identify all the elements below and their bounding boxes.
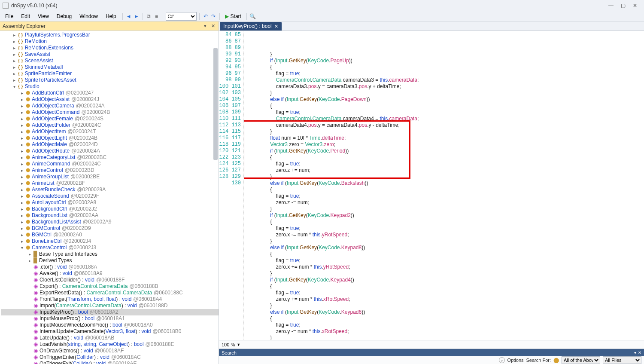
window-title: dnSpy v5.0.10 (x64) — [11, 3, 608, 9]
search-icon[interactable]: 🔍 — [249, 13, 256, 20]
search-panel: Search ▾ ✕ ⌄ Options Search For: ⬤ All o… — [219, 349, 644, 364]
redo-icon[interactable]: ↷ — [210, 13, 217, 20]
close-button[interactable]: ✕ — [632, 3, 638, 9]
tree-row[interactable]: ◉LateUpdate() : void @060018AB — [1, 335, 219, 341]
tab-inputkeyproc[interactable]: InputKeyProc() : bool ✕ — [220, 22, 282, 31]
tree-row[interactable]: ▸⬣AddObjectCommand @0200024B — [1, 109, 219, 116]
assembly-explorer-header: Assembly Explorer ▾ ✕ — [0, 21, 219, 31]
assembly-explorer-title: Assembly Explorer — [3, 23, 46, 29]
tree-row[interactable]: ▸⬣AnimeCommand @0200024C — [1, 161, 219, 167]
search-header: Search ▾ ✕ — [219, 349, 644, 356]
tab-close-icon[interactable]: ✕ — [274, 24, 278, 29]
tree-row[interactable]: ◉Awake() : void @060018A9 — [1, 270, 219, 277]
tree-row[interactable]: ◉InternalUpdateCameraState(Vector3, floa… — [1, 328, 219, 335]
tree-row[interactable]: ▸⬣AddObjectFemale @0200024S — [1, 116, 219, 122]
options-toggle-icon[interactable]: ⌄ — [499, 357, 505, 363]
assembly-explorer-panel: Assembly Explorer ▾ ✕ ▸{ }PlayfulSystems… — [0, 21, 219, 364]
tree-row[interactable]: ▸⬣AddButtonCtrl @02000247 — [1, 90, 219, 96]
searchfor-select[interactable]: All of the Above — [562, 356, 600, 364]
tree-row[interactable]: ▸{ }ReMotion.Extensions — [1, 45, 219, 51]
tree-row[interactable]: ◉OnTriggerExit(Collider) : void @060018A… — [1, 361, 219, 364]
tree-row[interactable]: ▸⬣AnimeList @020002BF — [1, 180, 219, 187]
tree-row[interactable]: ◉InputKeyProc() : bool @060018A2 — [1, 309, 219, 315]
tree-row[interactable]: ▸⬣BackgroundList @020002AA — [1, 212, 219, 219]
tree-row[interactable]: ▸{ }ReMotion — [1, 38, 219, 45]
tree-row[interactable]: ▸⬣BGMCtrl @020002A0 — [1, 232, 219, 238]
tree-row[interactable]: ▸⬣AddObjectRoute @0200024A — [1, 148, 219, 154]
code-area[interactable]: } if (Input.GetKey(KeyCode.PageUp)) { fl… — [244, 31, 644, 340]
options-label: Options — [507, 358, 524, 363]
tree-row[interactable]: ▸⬣AddObjectCamera @0200024A — [1, 103, 219, 109]
tree-row[interactable]: ▸⬣AddObjectMale @0200024D — [1, 141, 219, 148]
tree-row[interactable]: ▸▉Derived Types — [1, 257, 219, 264]
tree-row[interactable]: ◉FrontTarget(Transform, bool, float) : v… — [1, 296, 219, 303]
tree-row[interactable]: ▸{ }SaveAssist — [1, 51, 219, 58]
tree-row[interactable]: ▾⬣CameraControl @020002J3 — [1, 245, 219, 251]
search-close-icon[interactable]: ✕ — [638, 350, 641, 355]
undo-icon[interactable]: ↶ — [202, 13, 209, 20]
nav-fwd-icon[interactable]: ► — [133, 13, 140, 20]
start-button[interactable]: ▶Start — [222, 13, 244, 19]
tree-row[interactable]: ▾{ }Studio — [1, 83, 219, 90]
zoom-value: 100 % — [222, 342, 235, 347]
menu-debug[interactable]: Debug — [53, 12, 75, 20]
minimize-button[interactable]: — — [608, 3, 614, 9]
tree-row[interactable]: ◉.ctor() : void @0600188A — [1, 264, 219, 270]
menu-window[interactable]: Window — [76, 12, 101, 20]
tree-row[interactable]: ▸{ }SpriteToParticlesAsset — [1, 77, 219, 83]
menubar: File Edit View Debug Window Help ◄ ► ⧉ ≡… — [0, 11, 644, 21]
search-pin-icon[interactable]: ▾ — [634, 350, 636, 355]
tab-label: InputKeyProc() : bool — [223, 23, 272, 29]
tree-scrollbar[interactable] — [213, 48, 218, 160]
assembly-tree[interactable]: ▸{ }PlayfulSystems.ProgressBar▸{ }ReMoti… — [0, 31, 219, 364]
tree-row[interactable]: ▸⬣AutoLayoutCtrl @020002A8 — [1, 199, 219, 206]
tree-row[interactable]: ▸⬣BackgroundListAssist @020002A9 — [1, 219, 219, 225]
tree-row[interactable]: ◉OnTriggerEnter(Collider) : void @060018… — [1, 354, 219, 361]
zoom-dropdown-icon[interactable]: ▼ — [237, 343, 240, 347]
wrap-icon[interactable]: ≡ — [153, 13, 160, 20]
tree-row[interactable]: ▸⬣AnimeControl @020002BD — [1, 167, 219, 174]
tree-row[interactable]: ▸⬣AnimeGroupList @020002BE — [1, 174, 219, 180]
line-gutter: 84 85 86 87 88 89 90 91 92 93 94 95 96 9… — [219, 31, 244, 340]
tree-row[interactable]: ◉ExportResetData() : CameraControl.Camer… — [1, 290, 219, 296]
tree-row[interactable]: ▸▉Base Type and Interfaces — [1, 251, 219, 257]
menu-file[interactable]: File — [2, 12, 17, 20]
titlebar: dnSpy v5.0.10 (x64) — ▢ ✕ — [0, 0, 644, 11]
maximize-button[interactable]: ▢ — [620, 3, 626, 9]
zoom-bar: 100 % ▼ — [219, 340, 644, 349]
tree-row[interactable]: ◉Import(CameraControl.CameraData) : void… — [1, 303, 219, 309]
tree-row[interactable]: ▸{ }SceneAssist — [1, 58, 219, 64]
tree-row[interactable]: ▸⬣BoneLineCtrl @020002J4 — [1, 238, 219, 245]
tree-row[interactable]: ▸{ }SpriteParticleEmitter — [1, 70, 219, 77]
tree-row[interactable]: ▸⬣AssociateSound @0200029F — [1, 193, 219, 199]
pin-icon[interactable]: ▾ — [202, 23, 208, 29]
menu-edit[interactable]: Edit — [18, 12, 33, 20]
tree-row[interactable]: ▸⬣AddObjectItem @0200024T — [1, 128, 219, 135]
tree-row[interactable]: ▸{ }PlayfulSystems.ProgressBar — [1, 32, 219, 38]
tree-row[interactable]: ▸⬣AssetBundleCheck @0200029A — [1, 187, 219, 193]
tree-row[interactable]: ◉Export() : CameraControl.CameraData @06… — [1, 283, 219, 290]
tree-row[interactable]: ◉InputMouseWheelZoomProc() : bool @06001… — [1, 322, 219, 328]
panel-close-icon[interactable]: ✕ — [210, 23, 216, 29]
new-tab-icon[interactable]: ⧉ — [146, 13, 152, 20]
tree-row[interactable]: ◉OnDrawGizmos() : void @060018AF — [1, 348, 219, 354]
tree-row[interactable]: ▸⬣BackgroundCtrl @020002J2 — [1, 206, 219, 212]
menu-view[interactable]: View — [34, 12, 52, 20]
tree-row[interactable]: ▸⬣AddObjectFolder @0200024C — [1, 122, 219, 128]
searchin-select[interactable]: All Files — [603, 356, 641, 364]
language-select[interactable]: C# — [166, 12, 197, 21]
tree-row[interactable]: ▸{ }SkinnedMetaball — [1, 64, 219, 70]
tree-row[interactable]: ▸⬣BGMControl @020002D9 — [1, 225, 219, 232]
tree-row[interactable]: ◉InputMouseProc() : bool @060018A1 — [1, 315, 219, 322]
tree-row[interactable]: ▸⬣AddObjectLight @0200024B — [1, 135, 219, 141]
tree-row[interactable]: ▸⬣AnimeCategoryList @020002BC — [1, 154, 219, 161]
tree-row[interactable]: ◉LoadVanish(string, string, GameObject) … — [1, 341, 219, 348]
app-icon — [3, 3, 9, 9]
menu-help[interactable]: Help — [102, 12, 120, 20]
tree-row[interactable]: ▸⬣AddObjectAssist @0200024J — [1, 96, 219, 103]
editor-tabs: InputKeyProc() : bool ✕ — [219, 21, 644, 31]
nav-back-icon[interactable]: ◄ — [125, 13, 132, 20]
tree-row[interactable]: ◉CloerListCollider() : void @0600188F — [1, 277, 219, 283]
search-title: Search — [222, 350, 237, 355]
code-editor[interactable]: 84 85 86 87 88 89 90 91 92 93 94 95 96 9… — [219, 31, 644, 340]
